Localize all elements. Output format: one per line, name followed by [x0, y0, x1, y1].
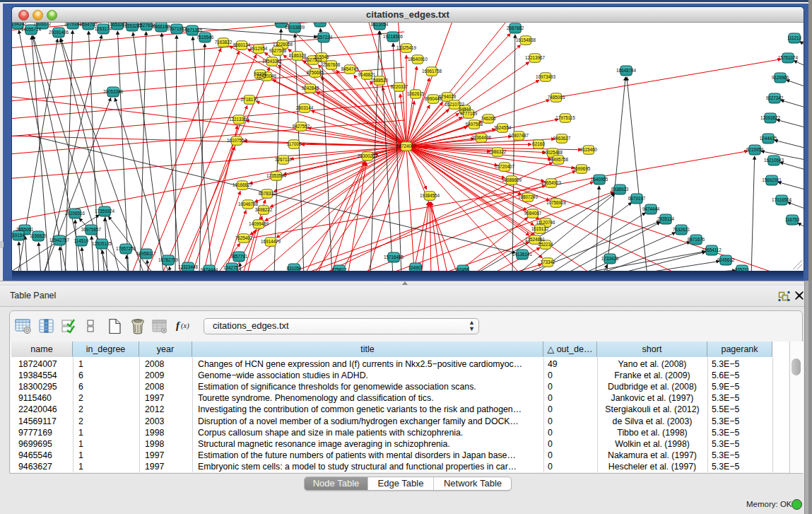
svg-text:f: f — [176, 320, 181, 331]
svg-text:(x): (x) — [181, 322, 189, 330]
